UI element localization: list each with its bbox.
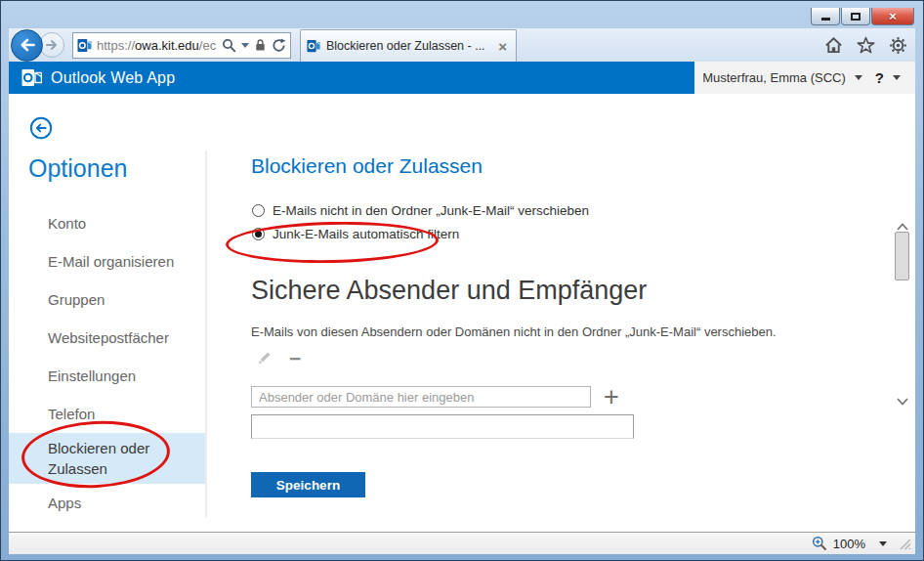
forward-arrow-icon	[45, 38, 59, 52]
titlebar: ×	[1, 1, 923, 28]
resize-grip-icon	[899, 538, 911, 550]
add-sender-button[interactable]: +	[604, 386, 619, 408]
radio-checked-icon	[252, 228, 265, 240]
refresh-icon[interactable]	[272, 38, 286, 53]
radio-dot	[255, 231, 262, 237]
search-icon[interactable]	[222, 38, 236, 53]
sidebar-item-einstellungen[interactable]: Einstellungen	[9, 357, 205, 395]
pencil-icon	[255, 350, 273, 367]
owa-header-brand: Outlook Web App	[9, 62, 694, 94]
user-menu-caret-icon[interactable]	[855, 75, 862, 80]
tab-title: Blockieren oder Zulassen - ...	[326, 39, 495, 53]
home-icon	[824, 36, 843, 54]
scrollbar-thumb[interactable]	[895, 232, 909, 280]
radio-label: E-Mails nicht in den Ordner „Junk-E-Mail…	[273, 203, 589, 218]
chevron-down-icon	[897, 398, 908, 406]
outlook-favicon	[77, 38, 92, 53]
radio-label: Junk-E-Mails automatisch filtern	[273, 227, 459, 241]
radio-unchecked-icon	[252, 204, 265, 217]
address-dropdown-icon[interactable]	[241, 43, 249, 48]
browser-tab[interactable]: Blockieren oder Zulassen - ... ×	[300, 29, 517, 62]
favorites-button[interactable]	[857, 36, 875, 55]
close-icon: ×	[889, 9, 897, 23]
sidebar-item-telefon[interactable]: Telefon	[9, 395, 205, 433]
section-description: E-Mails von diesen Absendern oder Domäne…	[251, 324, 777, 339]
edit-entry-button[interactable]	[255, 350, 273, 367]
page-title: Blockieren oder Zulassen	[251, 154, 483, 178]
browser-window: × https://owa.kit.edu/ec Blockieren oder…	[0, 0, 924, 561]
sidebar-divider	[205, 151, 207, 517]
sidebar-item-apps[interactable]: Apps	[9, 484, 205, 522]
minimize-icon	[821, 18, 830, 21]
owa-header-user-area: Musterfrau, Emma (SCC) ?	[694, 62, 915, 94]
tab-favicon	[307, 39, 320, 53]
maximize-icon	[851, 13, 861, 21]
owa-header: Outlook Web App Musterfrau, Emma (SCC) ?	[9, 62, 915, 94]
scroll-down-button[interactable]	[897, 392, 908, 410]
section-title: Sichere Absender und Empfänger	[251, 276, 647, 306]
address-bar-icons	[222, 38, 286, 53]
sidebar-nav: Konto E-Mail organisieren Gruppen Websit…	[9, 204, 205, 522]
star-icon	[857, 36, 875, 55]
zoom-level: 100%	[833, 537, 865, 551]
sender-input[interactable]	[251, 386, 591, 408]
tab-close-icon[interactable]: ×	[495, 38, 510, 55]
sidebar-item-blockieren-oder-zulassen[interactable]: Blockieren oder Zulassen	[9, 433, 205, 484]
browser-back-button[interactable]	[11, 29, 43, 62]
browser-toolbar-icons	[824, 36, 915, 55]
zoom-control[interactable]: 100%	[812, 536, 887, 551]
home-button[interactable]	[824, 36, 843, 54]
close-button[interactable]: ×	[871, 8, 914, 25]
resize-grip[interactable]	[899, 538, 911, 550]
tools-button[interactable]	[889, 36, 907, 55]
user-menu[interactable]: Musterfrau, Emma (SCC)	[702, 70, 846, 85]
sidebar-item-email-organisieren[interactable]: E-Mail organisieren	[9, 242, 205, 280]
zoom-dropdown-icon[interactable]	[879, 541, 887, 546]
content-scrollbar	[894, 94, 911, 532]
browser-navigation-bar: https://owa.kit.edu/ec Blockieren oder Z…	[9, 28, 915, 62]
address-bar[interactable]: https://owa.kit.edu/ec	[72, 32, 291, 59]
sidebar-item-websitepostfaecher[interactable]: Websitepostfächer	[9, 319, 205, 357]
save-button[interactable]: Speichern	[251, 472, 365, 497]
url-text: https://owa.kit.edu/ec	[97, 38, 222, 53]
owa-content-area: Optionen Konto E-Mail organisieren Grupp…	[9, 94, 915, 532]
options-sidebar: Optionen Konto E-Mail organisieren Grupp…	[9, 94, 205, 532]
sidebar-item-konto[interactable]: Konto	[9, 204, 205, 242]
sidebar-item-gruppen[interactable]: Gruppen	[9, 280, 205, 319]
minimize-button[interactable]	[811, 8, 840, 25]
help-button[interactable]: ?	[875, 69, 884, 86]
radio-option-nicht-verschieben[interactable]: E-Mails nicht in den Ordner „Junk-E-Mail…	[252, 203, 589, 218]
safe-senders-list[interactable]	[251, 414, 634, 439]
owa-app-title: Outlook Web App	[51, 69, 175, 87]
remove-entry-button[interactable]: −	[289, 350, 301, 367]
zoom-magnifier-icon	[812, 536, 827, 551]
chevron-up-icon	[897, 223, 908, 231]
lock-icon	[254, 38, 267, 52]
window-controls: ×	[810, 8, 914, 25]
list-toolbar: −	[255, 350, 301, 367]
outlook-logo-icon	[21, 68, 42, 87]
back-arrow-icon	[19, 36, 36, 54]
add-sender-row: +	[251, 386, 619, 408]
maximize-button[interactable]	[841, 8, 870, 25]
sidebar-title: Optionen	[28, 154, 127, 183]
gear-icon	[889, 36, 907, 55]
status-bar: 100%	[9, 532, 915, 554]
radio-option-automatisch-filtern[interactable]: Junk-E-Mails automatisch filtern	[252, 227, 459, 241]
help-menu-caret-icon[interactable]	[893, 75, 901, 80]
